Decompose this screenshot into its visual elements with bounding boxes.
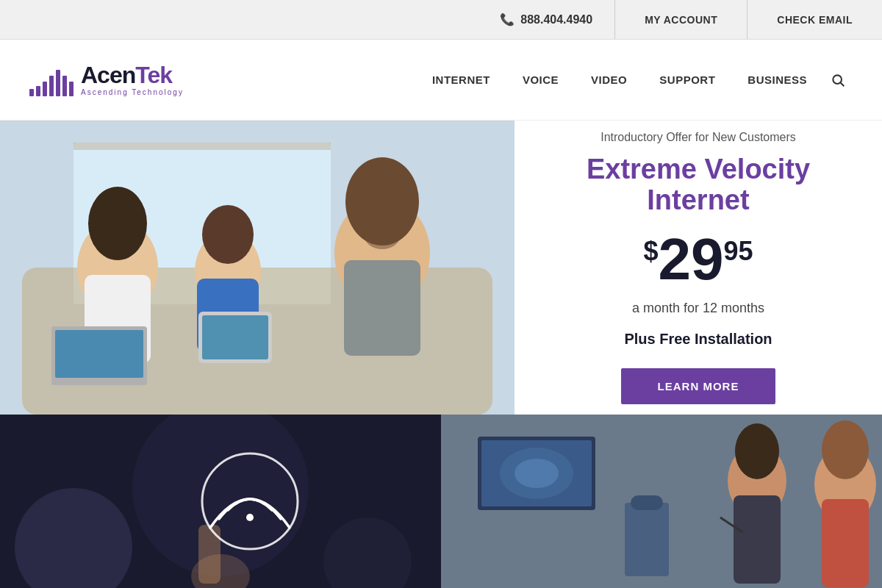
logo-text-group: AcenTek Ascending Technology (81, 63, 184, 96)
hero-content: Introductory Offer for New Customers Ext… (514, 121, 882, 415)
logo-icon (29, 60, 74, 100)
svg-point-19 (364, 220, 401, 249)
hero-section: Introductory Offer for New Customers Ext… (0, 121, 882, 415)
hero-price: $ 29 95 (643, 230, 753, 289)
bottom-panels (0, 415, 882, 588)
svg-point-27 (246, 514, 254, 521)
phone-number[interactable]: 📞 888.404.4940 (478, 12, 614, 26)
panel-internet[interactable] (0, 415, 441, 588)
svg-rect-10 (55, 330, 143, 378)
svg-rect-18 (344, 260, 420, 356)
logo[interactable]: AcenTek Ascending Technology (29, 60, 184, 100)
price-cents: 95 (723, 236, 753, 267)
nav-video[interactable]: VIDEO (575, 74, 643, 86)
hero-subtitle: Introductory Offer for New Customers (600, 131, 796, 144)
svg-point-41 (822, 420, 869, 479)
svg-rect-38 (734, 495, 781, 584)
hero-period: a month for 12 months (632, 301, 764, 316)
panel-business-image (441, 415, 882, 588)
panel-business[interactable] (441, 415, 882, 588)
logo-main-text: AcenTek (81, 63, 184, 87)
svg-rect-15 (202, 315, 268, 359)
logo-tagline: Ascending Technology (81, 88, 184, 96)
check-email-link[interactable]: CHECK EMAIL (747, 0, 882, 39)
hero-image (0, 121, 514, 415)
search-button[interactable] (823, 73, 853, 87)
svg-rect-25 (198, 525, 220, 584)
svg-point-12 (202, 205, 254, 264)
header: AcenTek Ascending Technology INTERNET VO… (0, 40, 882, 121)
price-main: 29 (659, 230, 724, 289)
main-nav: INTERNET VOICE VIDEO SUPPORT BUSINESS (416, 73, 853, 87)
svg-rect-35 (631, 495, 663, 510)
top-bar: 📞 888.404.4940 MY ACCOUNT CHECK EMAIL (0, 0, 882, 40)
nav-voice[interactable]: VOICE (506, 74, 575, 86)
phone-icon: 📞 (500, 12, 514, 26)
price-dollar: $ (643, 236, 658, 267)
learn-more-button[interactable]: LEARN MORE (621, 368, 776, 404)
hero-installation: Plus Free Installation (624, 331, 772, 348)
nav-business[interactable]: BUSINESS (731, 74, 823, 86)
svg-rect-34 (625, 503, 669, 576)
svg-point-33 (514, 459, 559, 488)
svg-point-7 (88, 187, 147, 260)
svg-point-0 (833, 75, 842, 84)
hero-illustration (0, 121, 514, 415)
svg-line-1 (841, 82, 845, 86)
nav-internet[interactable]: INTERNET (416, 74, 506, 86)
svg-point-37 (735, 423, 779, 479)
hero-title: Extreme Velocity Internet (551, 154, 845, 216)
my-account-link[interactable]: MY ACCOUNT (614, 0, 747, 39)
nav-support[interactable]: SUPPORT (643, 74, 731, 86)
svg-rect-42 (822, 499, 869, 587)
panel-internet-image (0, 415, 441, 588)
svg-rect-4 (74, 143, 331, 150)
